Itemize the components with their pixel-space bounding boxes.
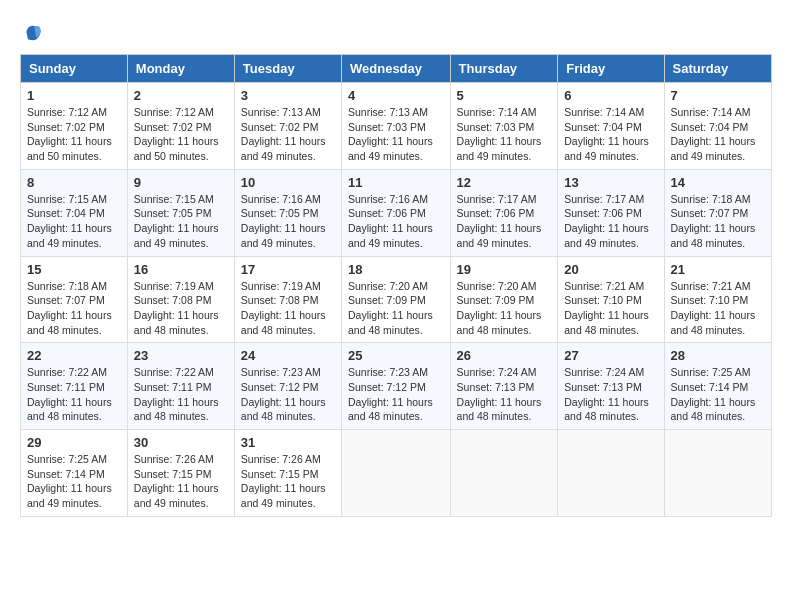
day-number: 25 — [348, 348, 444, 363]
cell-content: Sunrise: 7:12 AMSunset: 7:02 PMDaylight:… — [134, 105, 228, 164]
calendar-cell: 25Sunrise: 7:23 AMSunset: 7:12 PMDayligh… — [342, 343, 451, 430]
calendar-cell — [558, 430, 664, 517]
calendar-cell: 17Sunrise: 7:19 AMSunset: 7:08 PMDayligh… — [234, 256, 341, 343]
calendar-cell: 23Sunrise: 7:22 AMSunset: 7:11 PMDayligh… — [127, 343, 234, 430]
day-number: 7 — [671, 88, 765, 103]
day-number: 24 — [241, 348, 335, 363]
day-number: 20 — [564, 262, 657, 277]
calendar-header-row: SundayMondayTuesdayWednesdayThursdayFrid… — [21, 55, 772, 83]
cell-content: Sunrise: 7:17 AMSunset: 7:06 PMDaylight:… — [457, 192, 552, 251]
calendar-cell: 26Sunrise: 7:24 AMSunset: 7:13 PMDayligh… — [450, 343, 558, 430]
day-number: 15 — [27, 262, 121, 277]
day-header-tuesday: Tuesday — [234, 55, 341, 83]
calendar-week-row: 8Sunrise: 7:15 AMSunset: 7:04 PMDaylight… — [21, 169, 772, 256]
cell-content: Sunrise: 7:19 AMSunset: 7:08 PMDaylight:… — [134, 279, 228, 338]
cell-content: Sunrise: 7:14 AMSunset: 7:04 PMDaylight:… — [564, 105, 657, 164]
cell-content: Sunrise: 7:15 AMSunset: 7:05 PMDaylight:… — [134, 192, 228, 251]
day-header-saturday: Saturday — [664, 55, 771, 83]
day-number: 1 — [27, 88, 121, 103]
cell-content: Sunrise: 7:12 AMSunset: 7:02 PMDaylight:… — [27, 105, 121, 164]
calendar-cell: 27Sunrise: 7:24 AMSunset: 7:13 PMDayligh… — [558, 343, 664, 430]
day-number: 16 — [134, 262, 228, 277]
day-number: 13 — [564, 175, 657, 190]
calendar-week-row: 22Sunrise: 7:22 AMSunset: 7:11 PMDayligh… — [21, 343, 772, 430]
cell-content: Sunrise: 7:16 AMSunset: 7:05 PMDaylight:… — [241, 192, 335, 251]
day-number: 23 — [134, 348, 228, 363]
calendar-week-row: 15Sunrise: 7:18 AMSunset: 7:07 PMDayligh… — [21, 256, 772, 343]
cell-content: Sunrise: 7:23 AMSunset: 7:12 PMDaylight:… — [348, 365, 444, 424]
calendar-week-row: 29Sunrise: 7:25 AMSunset: 7:14 PMDayligh… — [21, 430, 772, 517]
cell-content: Sunrise: 7:23 AMSunset: 7:12 PMDaylight:… — [241, 365, 335, 424]
day-header-wednesday: Wednesday — [342, 55, 451, 83]
cell-content: Sunrise: 7:16 AMSunset: 7:06 PMDaylight:… — [348, 192, 444, 251]
cell-content: Sunrise: 7:13 AMSunset: 7:02 PMDaylight:… — [241, 105, 335, 164]
calendar-cell: 19Sunrise: 7:20 AMSunset: 7:09 PMDayligh… — [450, 256, 558, 343]
day-number: 22 — [27, 348, 121, 363]
day-number: 5 — [457, 88, 552, 103]
cell-content: Sunrise: 7:18 AMSunset: 7:07 PMDaylight:… — [27, 279, 121, 338]
cell-content: Sunrise: 7:21 AMSunset: 7:10 PMDaylight:… — [671, 279, 765, 338]
cell-content: Sunrise: 7:24 AMSunset: 7:13 PMDaylight:… — [457, 365, 552, 424]
cell-content: Sunrise: 7:15 AMSunset: 7:04 PMDaylight:… — [27, 192, 121, 251]
calendar-week-row: 1Sunrise: 7:12 AMSunset: 7:02 PMDaylight… — [21, 83, 772, 170]
calendar-cell: 10Sunrise: 7:16 AMSunset: 7:05 PMDayligh… — [234, 169, 341, 256]
calendar-cell: 14Sunrise: 7:18 AMSunset: 7:07 PMDayligh… — [664, 169, 771, 256]
day-header-sunday: Sunday — [21, 55, 128, 83]
calendar-cell: 20Sunrise: 7:21 AMSunset: 7:10 PMDayligh… — [558, 256, 664, 343]
calendar-cell: 29Sunrise: 7:25 AMSunset: 7:14 PMDayligh… — [21, 430, 128, 517]
calendar-cell: 8Sunrise: 7:15 AMSunset: 7:04 PMDaylight… — [21, 169, 128, 256]
calendar-cell: 11Sunrise: 7:16 AMSunset: 7:06 PMDayligh… — [342, 169, 451, 256]
calendar-cell: 13Sunrise: 7:17 AMSunset: 7:06 PMDayligh… — [558, 169, 664, 256]
logo-icon — [20, 20, 44, 44]
cell-content: Sunrise: 7:13 AMSunset: 7:03 PMDaylight:… — [348, 105, 444, 164]
day-number: 6 — [564, 88, 657, 103]
calendar-cell: 15Sunrise: 7:18 AMSunset: 7:07 PMDayligh… — [21, 256, 128, 343]
day-header-monday: Monday — [127, 55, 234, 83]
cell-content: Sunrise: 7:20 AMSunset: 7:09 PMDaylight:… — [457, 279, 552, 338]
day-number: 17 — [241, 262, 335, 277]
calendar-cell: 1Sunrise: 7:12 AMSunset: 7:02 PMDaylight… — [21, 83, 128, 170]
calendar-cell: 21Sunrise: 7:21 AMSunset: 7:10 PMDayligh… — [664, 256, 771, 343]
cell-content: Sunrise: 7:20 AMSunset: 7:09 PMDaylight:… — [348, 279, 444, 338]
cell-content: Sunrise: 7:26 AMSunset: 7:15 PMDaylight:… — [241, 452, 335, 511]
cell-content: Sunrise: 7:19 AMSunset: 7:08 PMDaylight:… — [241, 279, 335, 338]
calendar-cell: 9Sunrise: 7:15 AMSunset: 7:05 PMDaylight… — [127, 169, 234, 256]
calendar-cell: 24Sunrise: 7:23 AMSunset: 7:12 PMDayligh… — [234, 343, 341, 430]
cell-content: Sunrise: 7:17 AMSunset: 7:06 PMDaylight:… — [564, 192, 657, 251]
calendar-cell — [664, 430, 771, 517]
calendar-cell: 31Sunrise: 7:26 AMSunset: 7:15 PMDayligh… — [234, 430, 341, 517]
day-number: 21 — [671, 262, 765, 277]
day-header-friday: Friday — [558, 55, 664, 83]
day-number: 2 — [134, 88, 228, 103]
calendar-cell: 18Sunrise: 7:20 AMSunset: 7:09 PMDayligh… — [342, 256, 451, 343]
logo — [20, 20, 48, 44]
day-number: 27 — [564, 348, 657, 363]
cell-content: Sunrise: 7:26 AMSunset: 7:15 PMDaylight:… — [134, 452, 228, 511]
day-number: 8 — [27, 175, 121, 190]
day-number: 4 — [348, 88, 444, 103]
page-header — [20, 20, 772, 44]
calendar-cell: 12Sunrise: 7:17 AMSunset: 7:06 PMDayligh… — [450, 169, 558, 256]
day-number: 26 — [457, 348, 552, 363]
day-number: 29 — [27, 435, 121, 450]
calendar-cell — [342, 430, 451, 517]
day-number: 3 — [241, 88, 335, 103]
day-number: 19 — [457, 262, 552, 277]
cell-content: Sunrise: 7:14 AMSunset: 7:04 PMDaylight:… — [671, 105, 765, 164]
cell-content: Sunrise: 7:22 AMSunset: 7:11 PMDaylight:… — [134, 365, 228, 424]
day-number: 31 — [241, 435, 335, 450]
calendar-cell: 30Sunrise: 7:26 AMSunset: 7:15 PMDayligh… — [127, 430, 234, 517]
calendar-cell: 2Sunrise: 7:12 AMSunset: 7:02 PMDaylight… — [127, 83, 234, 170]
day-header-thursday: Thursday — [450, 55, 558, 83]
cell-content: Sunrise: 7:24 AMSunset: 7:13 PMDaylight:… — [564, 365, 657, 424]
cell-content: Sunrise: 7:25 AMSunset: 7:14 PMDaylight:… — [671, 365, 765, 424]
calendar-cell: 22Sunrise: 7:22 AMSunset: 7:11 PMDayligh… — [21, 343, 128, 430]
calendar-cell: 5Sunrise: 7:14 AMSunset: 7:03 PMDaylight… — [450, 83, 558, 170]
cell-content: Sunrise: 7:14 AMSunset: 7:03 PMDaylight:… — [457, 105, 552, 164]
day-number: 28 — [671, 348, 765, 363]
day-number: 11 — [348, 175, 444, 190]
calendar-cell: 4Sunrise: 7:13 AMSunset: 7:03 PMDaylight… — [342, 83, 451, 170]
day-number: 10 — [241, 175, 335, 190]
cell-content: Sunrise: 7:25 AMSunset: 7:14 PMDaylight:… — [27, 452, 121, 511]
day-number: 9 — [134, 175, 228, 190]
